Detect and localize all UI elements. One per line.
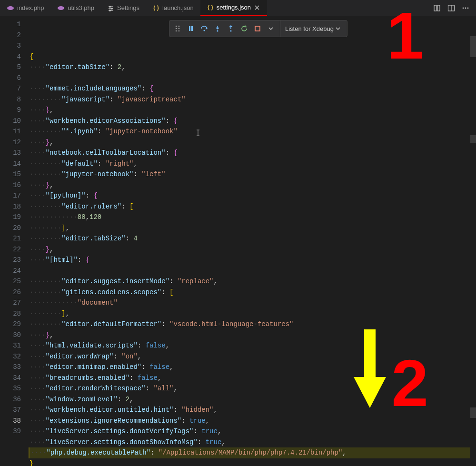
code-line[interactable] xyxy=(30,73,476,84)
code-line[interactable]: ····}, xyxy=(30,244,476,255)
svg-point-14 xyxy=(463,7,464,9)
line-number: 20 xyxy=(0,223,21,234)
svg-rect-30 xyxy=(255,26,260,31)
settings-icon xyxy=(108,5,114,11)
code-line[interactable]: ····"[html]": { xyxy=(30,255,476,266)
code-line[interactable]: ····}, xyxy=(30,137,476,148)
line-number: 32 xyxy=(0,351,21,362)
tab-label: utils3.php xyxy=(68,4,94,11)
scrollbar[interactable] xyxy=(470,16,476,466)
tab-settings-json[interactable]: settings.json xyxy=(200,0,267,16)
code-line[interactable]: ····"liveServer.settings.donotShowInfoMs… xyxy=(30,437,476,448)
restart-icon[interactable] xyxy=(239,23,249,34)
svg-rect-10 xyxy=(434,5,436,11)
code-line[interactable]: ····"extensions.ignoreRecommendations": … xyxy=(30,416,476,426)
code-line[interactable]: ········], xyxy=(30,308,476,319)
scrollbar-mark xyxy=(470,407,476,418)
scrollbar-thumb[interactable] xyxy=(470,36,476,57)
compare-icon[interactable] xyxy=(433,4,441,12)
close-icon[interactable] xyxy=(254,4,260,11)
debug-config-dropdown[interactable]: Listen for Xdebug xyxy=(280,20,344,37)
code-line[interactable]: ········"editor.suggest.insertMode": "re… xyxy=(30,276,476,287)
line-number: 39 xyxy=(0,426,21,437)
code-line[interactable]: ····"editor.wordWrap": "on", xyxy=(30,351,476,362)
svg-point-21 xyxy=(176,30,177,31)
drag-handle-icon[interactable] xyxy=(172,23,183,34)
svg-point-18 xyxy=(178,26,179,27)
line-number: 9 xyxy=(0,105,21,116)
tab-launch-json[interactable]: launch.json xyxy=(146,0,200,16)
tab-settings[interactable]: Settings xyxy=(101,0,146,16)
code-line[interactable]: { xyxy=(30,51,476,62)
line-number: 30 xyxy=(0,330,21,341)
code-line[interactable]: ····"editor.tabSize": 2, xyxy=(30,62,476,73)
svg-point-17 xyxy=(176,26,177,27)
code-line[interactable]: ····}, xyxy=(30,105,476,116)
line-number: 8 xyxy=(0,94,21,105)
line-number: 1 xyxy=(0,19,21,30)
svg-point-6 xyxy=(111,8,113,9)
code-area[interactable]: {····"editor.tabSize": 2, ····"emmet.inc… xyxy=(30,16,476,466)
line-number: 15 xyxy=(0,169,21,180)
line-number: 18 xyxy=(0,201,21,212)
text-cursor-icon xyxy=(172,118,173,151)
code-line[interactable]: ········"javascript": "javascriptreact" xyxy=(30,94,476,105)
svg-rect-24 xyxy=(191,26,193,31)
code-line[interactable]: ····}, xyxy=(30,180,476,191)
split-editor-icon[interactable] xyxy=(447,4,455,12)
tab-index-php[interactable]: index.php xyxy=(0,0,50,16)
scrollbar-mark xyxy=(470,135,476,143)
tab-utils3-php[interactable]: utils3.php xyxy=(50,0,101,16)
code-line[interactable]: ····"breadcrumbs.enabled": false, xyxy=(30,373,476,384)
code-line[interactable]: ····"window.zoomLevel": 2, xyxy=(30,394,476,405)
code-line[interactable]: ····"html.validate.scripts": false, xyxy=(30,340,476,351)
code-line[interactable]: ····"emmet.includeLanguages": { xyxy=(30,83,476,94)
svg-point-7 xyxy=(109,10,111,11)
line-number: 4 xyxy=(0,51,21,62)
stop-icon[interactable] xyxy=(252,23,263,34)
step-out-icon[interactable] xyxy=(226,23,236,34)
step-over-icon[interactable] xyxy=(199,23,209,34)
php-icon xyxy=(7,4,14,12)
tab-label: index.php xyxy=(17,4,44,11)
code-line[interactable]: ····"php.debug.executablePath": "/Applic… xyxy=(29,447,476,458)
code-line[interactable]: ····"editor.renderWhitespace": "all", xyxy=(30,383,476,394)
code-line[interactable]: ············80,120 xyxy=(30,212,476,223)
line-number: 17 xyxy=(0,190,21,201)
code-line[interactable]: ········"default": "right", xyxy=(30,159,476,169)
code-line[interactable] xyxy=(30,266,476,277)
code-line[interactable]: ····"workbench.editor.untitled.hint": "h… xyxy=(30,405,476,416)
editor[interactable]: 1234567891011121314151617181920212223242… xyxy=(0,16,476,466)
more-icon[interactable] xyxy=(462,4,469,12)
code-line[interactable]: } xyxy=(30,458,476,466)
code-line[interactable]: ········"*.ipynb": "jupyter-notebook" xyxy=(30,126,476,137)
code-line[interactable]: ····"notebook.cellToolbarLocation": { xyxy=(30,148,476,159)
chevron-down-icon[interactable] xyxy=(266,23,276,34)
step-into-icon[interactable] xyxy=(212,23,223,34)
code-line[interactable]: ····}, xyxy=(30,330,476,341)
svg-point-16 xyxy=(467,7,469,9)
code-line[interactable]: ········"editor.rulers": [ xyxy=(30,201,476,212)
code-line[interactable]: ····"liveServer.settings.donotVerifyTags… xyxy=(30,426,476,437)
code-line[interactable]: ········"editor.defaultFormatter": "vsco… xyxy=(30,319,476,330)
code-line[interactable]: ········"jupyter-notebook": "left" xyxy=(30,169,476,180)
code-line[interactable]: ········"gitlens.codeLens.scopes": [ xyxy=(30,287,476,298)
line-number: 34 xyxy=(0,373,21,384)
line-number: 13 xyxy=(0,148,21,159)
code-line[interactable]: ············"document" xyxy=(30,297,476,308)
pause-icon[interactable] xyxy=(186,23,196,34)
svg-point-22 xyxy=(178,30,179,31)
code-line[interactable]: ········"editor.tabSize": 4 xyxy=(30,233,476,244)
debug-toolbar[interactable]: Listen for Xdebug xyxy=(169,20,347,37)
line-number: 6 xyxy=(0,73,21,84)
line-number: 3 xyxy=(0,40,21,51)
line-number: 21 xyxy=(0,233,21,244)
tab-label: settings.json xyxy=(217,4,251,11)
code-line[interactable]: ········], xyxy=(30,223,476,234)
code-line[interactable]: ····"[python]": { xyxy=(30,190,476,201)
svg-point-25 xyxy=(204,30,205,31)
code-line[interactable]: ····"workbench.editorAssociations": { xyxy=(30,116,476,127)
code-line[interactable]: ····"editor.minimap.enabled": false, xyxy=(30,362,476,373)
tab-bar: index.phputils3.phpSettingslaunch.jsonse… xyxy=(0,0,476,16)
svg-point-19 xyxy=(176,28,177,29)
